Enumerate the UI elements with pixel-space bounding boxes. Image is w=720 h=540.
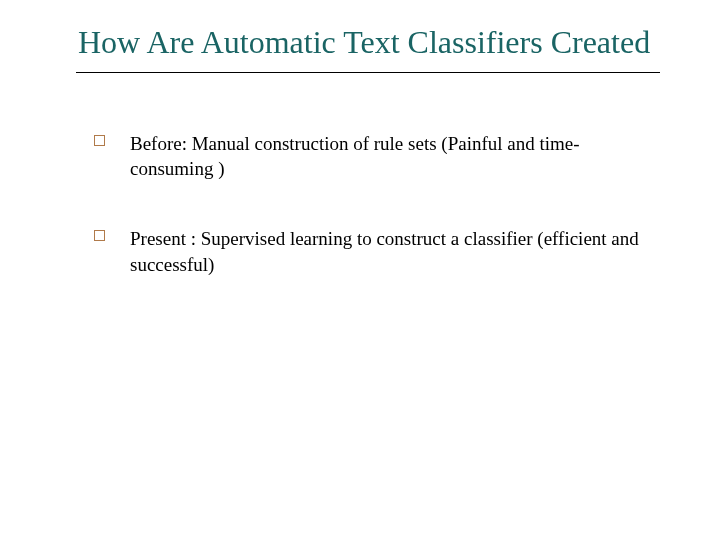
bullet-list: Before: Manual construction of rule sets… — [78, 131, 660, 278]
list-item: Before: Manual construction of rule sets… — [94, 131, 660, 182]
circle-bullet-icon — [94, 230, 105, 241]
slide-title: How Are Automatic Text Classifiers Creat… — [78, 24, 660, 62]
list-item: Present : Supervised learning to constru… — [94, 226, 660, 277]
circle-bullet-icon — [94, 135, 105, 146]
bullet-text: Before: Manual construction of rule sets… — [130, 133, 580, 180]
bullet-text: Present : Supervised learning to constru… — [130, 228, 639, 275]
slide-container: How Are Automatic Text Classifiers Creat… — [0, 0, 720, 540]
title-underline — [76, 72, 660, 73]
